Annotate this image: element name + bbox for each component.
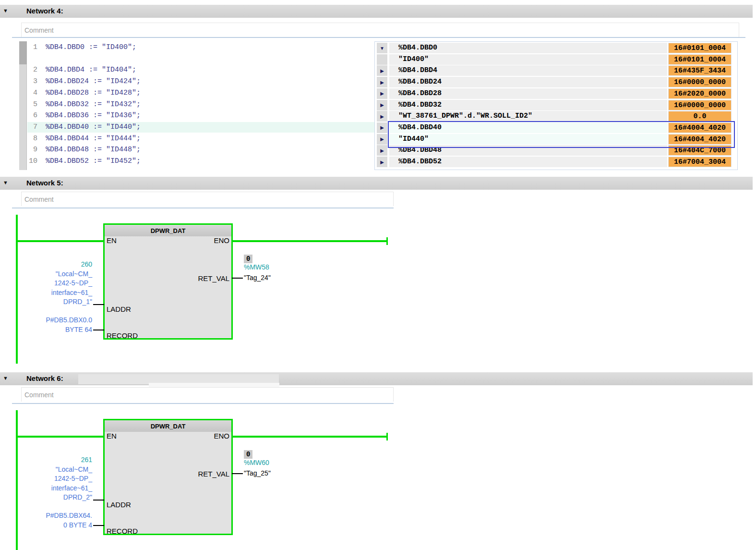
network-5-header[interactable]: ▼ Network 5:: [0, 177, 753, 190]
watch-operand-name[interactable]: "WT_38761_DPWR".d."WR.SOLL_ID2": [389, 111, 667, 122]
watch-monitor-value[interactable]: 16#435F_3434: [668, 65, 732, 76]
watch-monitor-value[interactable]: 16#7004_3004: [668, 157, 732, 167]
watch-monitor-value[interactable]: 16#4004_4020: [668, 122, 732, 133]
watch-monitor-value[interactable]: 16#4004_4020: [668, 134, 732, 145]
network-4-title: Network 4:: [26, 7, 63, 15]
laddr-operand[interactable]: 261 "Local~CM_1242-5~DP_interface~61_DPR…: [10, 455, 92, 502]
line-number: 8: [25, 134, 37, 144]
collapse-icon[interactable]: ▼: [3, 8, 8, 13]
code-line[interactable]: %DB4.DBD52 := "ID452";: [46, 156, 141, 167]
watch-operand-name[interactable]: %DB4.DBD28: [389, 88, 667, 99]
line-number: 2: [25, 65, 37, 75]
watch-operand-name[interactable]: "ID400": [389, 54, 667, 65]
code-line[interactable]: %DB4.DBD36 := "ID436";: [46, 110, 141, 121]
retval-tag[interactable]: "Tag_24": [244, 274, 271, 281]
watch-operand-name[interactable]: %DB4.DBD48: [389, 145, 667, 156]
network-6-comment-field[interactable]: Comment: [21, 387, 394, 402]
watch-operand-name[interactable]: %DB4.DBD0: [389, 43, 667, 53]
laddr-tag-name[interactable]: "Local~CM_1242-5~DP_interface~61_DPRD_2": [10, 465, 92, 502]
line-number: 6: [25, 110, 37, 121]
network-5-comment-field[interactable]: Comment: [21, 192, 394, 206]
row-expander-icon[interactable]: ▶: [377, 65, 387, 76]
record-port-label: RECORD: [107, 527, 138, 535]
laddr-value[interactable]: 261: [10, 455, 92, 465]
watch-monitor-value[interactable]: 16#2020_0000: [668, 88, 732, 99]
watch-monitor-value[interactable]: 16#404C_7000: [668, 145, 732, 156]
row-expander-icon[interactable]: ▶: [377, 134, 387, 145]
en-wire: [16, 436, 104, 438]
comment-separator: [12, 403, 394, 404]
line-number: 9: [25, 145, 37, 155]
code-line[interactable]: %DB4.DBD32 := "ID432";: [46, 99, 141, 110]
line-number: 4: [25, 88, 37, 98]
retval-address[interactable]: %MW58: [244, 263, 269, 271]
collapse-icon[interactable]: ▼: [3, 375, 8, 381]
line-number: 1: [25, 42, 37, 53]
laddr-tag-name[interactable]: "Local~CM_1242-5~DP_interface~61_DPRD_1": [10, 269, 92, 307]
watch-operand-name[interactable]: %DB4.DBD4: [389, 65, 667, 76]
en-port-label: EN: [107, 236, 117, 244]
network-5-title: Network 5:: [26, 179, 63, 187]
watch-operand-name[interactable]: %DB4.DBD24: [389, 77, 667, 87]
comment-separator: [12, 208, 394, 208]
line-number: 5: [25, 99, 37, 110]
row-expander-icon[interactable]: ▶: [377, 88, 387, 99]
record-connector: [93, 330, 104, 330]
retval-address[interactable]: %MW60: [244, 459, 269, 466]
line-number: 10: [25, 156, 37, 167]
watch-monitor-value[interactable]: 16#0000_0000: [668, 77, 732, 87]
network-5-ladder: DPWR_DAT EN ENO RET_VAL LADDR RECORD 260…: [0, 214, 756, 365]
code-line[interactable]: %DB4.DBD28 := "ID428";: [46, 88, 141, 98]
laddr-operand[interactable]: 260 "Local~CM_1242-5~DP_interface~61_DPR…: [10, 260, 92, 307]
retval-port-label: RET_VAL: [144, 274, 229, 282]
laddr-port-label: LADDR: [107, 305, 131, 313]
network-4-comment-field[interactable]: Comment: [21, 23, 739, 37]
line-number: 3: [25, 76, 37, 87]
watch-operand-name[interactable]: %DB4.DBD52: [389, 157, 667, 167]
code-line[interactable]: %DB4.DBD40 := "ID440";: [46, 122, 141, 133]
code-line[interactable]: %DB4.DBD4 := "ID404";: [46, 65, 136, 75]
wire-end-tick: [386, 433, 388, 440]
row-expander-icon[interactable]: ▶: [377, 111, 387, 122]
row-expander-icon[interactable]: ▶: [377, 100, 387, 110]
block-title: DPWR_DAT: [105, 225, 231, 236]
watch-monitor-value[interactable]: 16#0101_0004: [668, 54, 732, 65]
record-operand[interactable]: P#DB5.DBX0.0BYTE 64: [10, 316, 92, 334]
laddr-value[interactable]: 260: [10, 260, 92, 269]
row-spacer-cell: [377, 54, 387, 65]
record-connector: [93, 525, 104, 526]
code-line[interactable]: %DB4.DBD48 := "ID448";: [46, 145, 141, 155]
watch-operand-name[interactable]: "ID440": [389, 134, 667, 145]
code-line[interactable]: %DB4.DBD0 := "ID400";: [46, 42, 136, 53]
laddr-connector: [93, 500, 104, 501]
watch-monitor-value[interactable]: 16#0101_0004: [668, 43, 732, 53]
watch-monitor-value[interactable]: 0.0: [668, 111, 732, 122]
retval-connector: [232, 278, 243, 279]
collapse-icon[interactable]: ▼: [3, 180, 8, 185]
retval-tag[interactable]: "Tag_25": [244, 469, 271, 477]
row-expander-icon[interactable]: ▶: [377, 77, 387, 87]
record-port-label: RECORD: [107, 331, 138, 340]
laddr-port-label: LADDR: [107, 501, 131, 509]
laddr-connector: [93, 304, 104, 305]
eno-port-label: ENO: [144, 432, 229, 440]
retval-connector: [232, 473, 243, 474]
row-expander-icon[interactable]: ▶: [377, 157, 387, 167]
code-line[interactable]: %DB4.DBD24 := "ID424";: [46, 76, 141, 87]
eno-wire: [232, 436, 388, 438]
network-4-header[interactable]: ▼ Network 4:: [0, 5, 753, 18]
retval-monitor-value: 0: [244, 255, 252, 263]
watch-operand-name[interactable]: %DB4.DBD40: [389, 122, 667, 133]
code-line[interactable]: %DB4.DBD44 := "ID444";: [46, 134, 141, 144]
watch-operand-name[interactable]: %DB4.DBD32: [389, 100, 667, 110]
comment-separator: [12, 37, 745, 38]
en-wire: [16, 240, 104, 242]
watch-panel: ▼%DB4.DBD016#0101_0004"ID400"16#0101_000…: [374, 41, 738, 170]
record-pointer[interactable]: P#DB5.DBX0.0BYTE 64: [10, 316, 92, 334]
record-pointer[interactable]: P#DB5.DBX64.0 BYTE 4: [10, 511, 92, 530]
record-operand[interactable]: P#DB5.DBX64.0 BYTE 4: [10, 511, 92, 530]
row-expander-icon[interactable]: ▶: [377, 122, 387, 133]
row-expander-icon[interactable]: ▶: [377, 145, 387, 156]
row-expander-icon[interactable]: ▼: [377, 43, 387, 53]
watch-monitor-value[interactable]: 16#0000_0000: [668, 100, 732, 110]
